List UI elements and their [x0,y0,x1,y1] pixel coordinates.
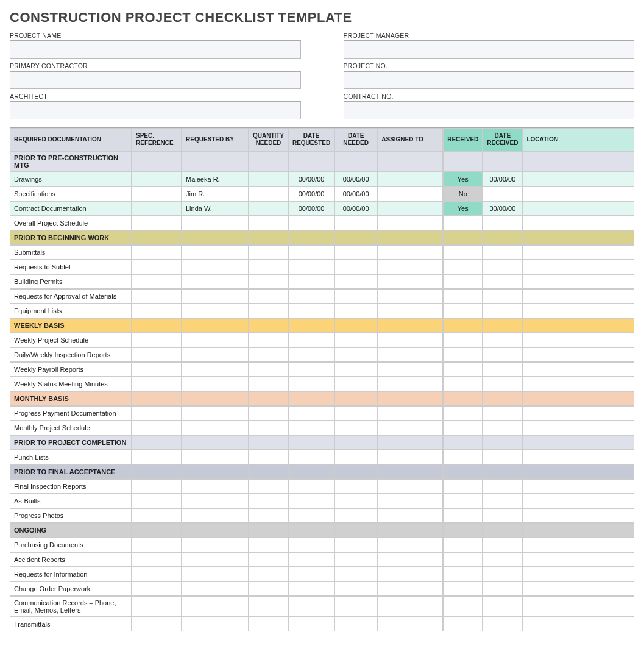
project-name-field[interactable] [10,40,301,59]
table-cell[interactable] [132,201,182,216]
table-cell[interactable] [132,450,182,464]
table-cell[interactable] [334,581,377,596]
table-cell[interactable] [522,406,634,421]
table-cell[interactable] [132,274,182,289]
table-cell[interactable] [483,304,522,318]
table-cell[interactable] [334,508,377,523]
table-cell[interactable] [288,494,334,508]
table-cell[interactable] [288,421,334,435]
table-cell[interactable] [249,538,288,552]
table-cell[interactable]: Weekly Status Meeting Minutes [10,377,132,391]
table-cell[interactable] [288,581,334,596]
table-cell[interactable] [522,333,634,347]
table-cell[interactable] [483,567,522,581]
table-cell[interactable] [132,377,182,391]
table-cell[interactable] [377,508,443,523]
architect-field[interactable] [10,101,301,119]
table-cell[interactable]: 00/00/00 [288,187,334,201]
table-cell[interactable] [334,494,377,508]
table-cell[interactable] [522,245,634,260]
table-cell[interactable] [443,494,483,508]
table-cell[interactable] [132,617,182,631]
table-cell[interactable] [522,377,634,391]
table-cell[interactable] [132,260,182,274]
table-cell[interactable] [377,201,443,216]
table-cell[interactable] [182,596,249,617]
table-cell[interactable] [443,362,483,377]
table-cell[interactable] [443,216,483,230]
table-cell[interactable] [182,421,249,435]
table-cell[interactable] [249,333,288,347]
table-cell[interactable] [443,333,483,347]
table-cell[interactable] [377,260,443,274]
table-cell[interactable] [443,508,483,523]
table-cell[interactable] [483,617,522,631]
table-cell[interactable] [132,596,182,617]
table-cell[interactable] [334,377,377,391]
table-cell[interactable]: 00/00/00 [334,201,377,216]
table-cell[interactable] [288,450,334,464]
table-cell[interactable] [132,581,182,596]
table-cell[interactable] [483,260,522,274]
table-cell[interactable]: Change Order Paperwork [10,581,132,596]
table-cell[interactable]: Yes [443,172,483,187]
table-cell[interactable] [249,450,288,464]
table-cell[interactable] [132,347,182,362]
table-cell[interactable] [483,274,522,289]
table-cell[interactable] [443,421,483,435]
table-cell[interactable] [443,274,483,289]
table-cell[interactable] [522,289,634,304]
table-cell[interactable] [132,362,182,377]
table-cell[interactable]: Weekly Payroll Reports [10,362,132,377]
table-cell[interactable] [443,289,483,304]
table-cell[interactable] [249,304,288,318]
table-cell[interactable] [522,274,634,289]
table-cell[interactable] [483,538,522,552]
table-cell[interactable] [334,479,377,494]
table-cell[interactable] [288,479,334,494]
table-cell[interactable] [443,304,483,318]
table-cell[interactable] [483,494,522,508]
table-cell[interactable] [522,538,634,552]
table-cell[interactable] [334,617,377,631]
table-cell[interactable] [377,567,443,581]
table-cell[interactable]: No [443,187,483,201]
table-cell[interactable] [377,333,443,347]
table-cell[interactable]: Requests for Information [10,567,132,581]
table-cell[interactable] [182,216,249,230]
table-cell[interactable] [443,260,483,274]
table-cell[interactable] [443,567,483,581]
table-cell[interactable] [182,260,249,274]
table-cell[interactable] [334,450,377,464]
table-cell[interactable] [249,172,288,187]
table-cell[interactable] [377,216,443,230]
table-cell[interactable] [132,421,182,435]
table-cell[interactable]: 00/00/00 [334,187,377,201]
table-cell[interactable] [182,274,249,289]
table-cell[interactable] [522,479,634,494]
table-cell[interactable] [377,450,443,464]
table-cell[interactable] [377,274,443,289]
table-cell[interactable] [132,494,182,508]
table-cell[interactable] [483,377,522,391]
table-cell[interactable] [377,187,443,201]
table-cell[interactable]: Monthly Project Schedule [10,421,132,435]
table-cell[interactable]: Requests for Approval of Materials [10,289,132,304]
table-cell[interactable] [182,617,249,631]
table-cell[interactable] [249,274,288,289]
table-cell[interactable] [132,216,182,230]
table-cell[interactable] [288,333,334,347]
table-cell[interactable] [377,347,443,362]
table-cell[interactable]: 00/00/00 [483,172,522,187]
table-cell[interactable] [334,406,377,421]
table-cell[interactable]: Punch Lists [10,450,132,464]
table-cell[interactable] [288,596,334,617]
table-cell[interactable] [522,187,634,201]
table-cell[interactable] [483,596,522,617]
table-cell[interactable] [249,494,288,508]
table-cell[interactable] [249,479,288,494]
table-cell[interactable] [483,581,522,596]
project-manager-field[interactable] [344,40,635,59]
table-cell[interactable] [443,347,483,362]
table-cell[interactable] [377,377,443,391]
